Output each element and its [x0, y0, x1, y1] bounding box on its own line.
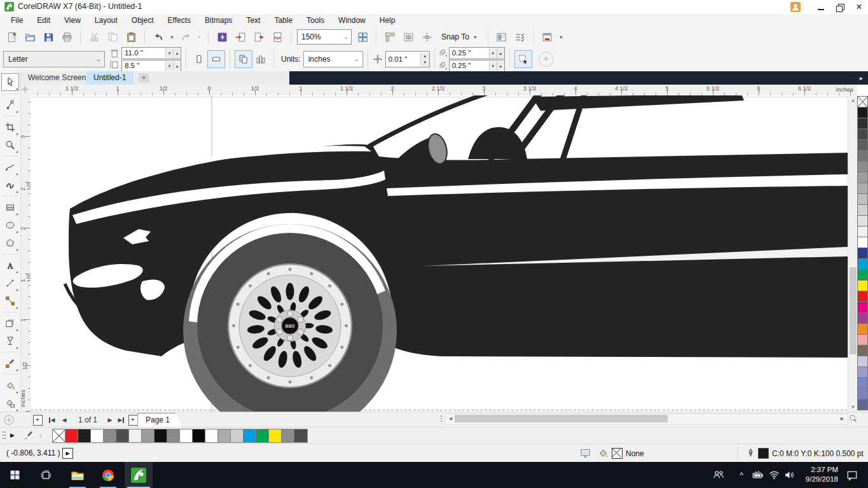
next-page-button[interactable]: ▶: [104, 414, 116, 426]
horizontal-scroll-thumb[interactable]: [455, 415, 668, 422]
palette-swatch[interactable]: [858, 335, 867, 345]
doc-palette-swatch[interactable]: [269, 429, 282, 442]
horizontal-ruler[interactable]: inches 1 1/211/201/211 1/222 1/233 1/244…: [31, 85, 857, 96]
nudge-field[interactable]: 0.01 " ▴▾: [385, 51, 430, 67]
undo-button[interactable]: [151, 29, 166, 45]
zoom-fit-button[interactable]: [355, 29, 370, 45]
new-document-tab-button[interactable]: +: [139, 73, 149, 83]
add-page-button-left[interactable]: +: [32, 414, 43, 426]
add-property-button[interactable]: +: [539, 52, 554, 67]
palette-swatch[interactable]: [858, 302, 867, 312]
duplicate-x-spinners[interactable]: ▾▴: [489, 48, 504, 58]
palette-swatch[interactable]: [858, 324, 867, 334]
treat-as-filled-button[interactable]: [514, 50, 532, 68]
fill-tool[interactable]: [2, 377, 18, 394]
zoom-level-select[interactable]: 150%⌄: [297, 29, 352, 45]
save-button[interactable]: [41, 29, 56, 45]
palette-drag-handle[interactable]: [3, 431, 6, 440]
tray-volume-button[interactable]: [781, 462, 797, 488]
fill-none-swatch[interactable]: [612, 448, 623, 459]
menu-text[interactable]: Text: [239, 14, 267, 27]
palette-swatch[interactable]: [858, 291, 867, 302]
undo-button-dropdown[interactable]: ▾: [169, 34, 175, 40]
tray-people-button[interactable]: [707, 462, 730, 488]
customize-toolbox-button[interactable]: [3, 414, 15, 426]
vertical-scroll-thumb[interactable]: [850, 267, 857, 354]
menu-view[interactable]: View: [57, 14, 88, 27]
portrait-button[interactable]: [191, 51, 207, 67]
palette-swatch[interactable]: [858, 367, 867, 377]
menu-bitmaps[interactable]: Bitmaps: [198, 14, 239, 27]
redo-button[interactable]: [178, 29, 193, 45]
palette-swatch[interactable]: [858, 248, 867, 258]
start-button[interactable]: [0, 462, 29, 488]
nudge-spinners[interactable]: ▴▾: [420, 53, 429, 66]
publish-pdf-button[interactable]: PDF: [270, 29, 285, 45]
cut-button[interactable]: [86, 29, 102, 45]
doc-palette-swatch[interactable]: [205, 429, 218, 442]
close-button[interactable]: ×: [850, 0, 868, 14]
duplicate-x-field[interactable]: 0.25 " ▾▴: [449, 47, 505, 59]
page-width-spinners[interactable]: ▾▴: [165, 48, 181, 58]
palette-swatch[interactable]: [858, 108, 867, 118]
page-height-field[interactable]: 8.5 " ▾▴: [121, 60, 181, 72]
page-height-spinners[interactable]: ▾▴: [165, 61, 181, 71]
interactive-fill-tool[interactable]: [2, 395, 18, 412]
menu-help[interactable]: Help: [373, 14, 403, 27]
palette-swatch[interactable]: [858, 259, 867, 269]
copy-button[interactable]: [105, 29, 120, 45]
tab-scroll-right-icon[interactable]: ▸: [860, 71, 863, 85]
duplicate-y-spinners[interactable]: ▾▴: [489, 61, 504, 71]
palette-swatch[interactable]: [858, 216, 867, 226]
polygon-tool[interactable]: [2, 235, 18, 251]
scroll-up-icon[interactable]: ▲: [848, 95, 858, 105]
parallel-dimension-tool[interactable]: [2, 275, 18, 291]
add-page-button-right[interactable]: +: [127, 414, 139, 426]
units-select[interactable]: inches ⌄: [303, 51, 363, 67]
palette-swatch[interactable]: [858, 205, 867, 215]
user-account-icon[interactable]: [790, 2, 801, 12]
palette-swatch-none[interactable]: [858, 97, 867, 107]
doc-palette-swatch[interactable]: [129, 429, 142, 442]
scrollbar-splitter[interactable]: [439, 415, 444, 424]
tray-show-hidden-button[interactable]: ^: [733, 462, 750, 488]
import-button[interactable]: [233, 29, 248, 45]
menu-window[interactable]: Window: [331, 14, 373, 27]
scroll-right-icon[interactable]: ▶: [837, 414, 847, 423]
doc-palette-swatch[interactable]: [104, 429, 116, 442]
doc-palette-swatch[interactable]: [282, 429, 294, 442]
ellipse-tool[interactable]: [2, 217, 18, 234]
menu-edit[interactable]: Edit: [30, 14, 57, 27]
last-page-button[interactable]: ▶: [116, 414, 127, 426]
scroll-left-icon[interactable]: ◀: [446, 414, 455, 423]
all-pages-button[interactable]: [235, 50, 252, 68]
application-launcher-button-dropdown[interactable]: ▾: [558, 34, 564, 40]
landscape-button[interactable]: [207, 50, 225, 68]
toggle-grid-button[interactable]: [401, 29, 416, 45]
menu-object[interactable]: Object: [125, 14, 161, 27]
paste-button[interactable]: [123, 29, 139, 45]
palette-swatch[interactable]: [858, 183, 867, 193]
toggle-guidelines-button[interactable]: [419, 29, 434, 45]
previous-page-button[interactable]: ◀: [59, 414, 70, 426]
menu-effects[interactable]: Effects: [161, 14, 198, 27]
palette-swatch[interactable]: [858, 162, 867, 172]
drawing-canvas[interactable]: BBS: [31, 95, 848, 412]
horizontal-scrollbar[interactable]: ◀ ▶: [445, 414, 848, 425]
current-page-button[interactable]: [252, 51, 269, 67]
proof-colors-icon[interactable]: [580, 448, 591, 459]
doc-palette-swatch[interactable]: [294, 429, 307, 442]
palette-swatch[interactable]: [858, 237, 867, 247]
fill-color-icon[interactable]: [598, 448, 609, 459]
straight-line-connector-tool[interactable]: [2, 293, 18, 309]
application-launcher-button[interactable]: [540, 29, 555, 45]
search-content-button[interactable]: [214, 29, 230, 45]
document-navigator-button[interactable]: [848, 414, 858, 424]
artistic-media-tool[interactable]: [2, 177, 18, 193]
menu-layout[interactable]: Layout: [88, 14, 125, 27]
doc-palette-swatch[interactable]: [218, 429, 231, 442]
text-tool[interactable]: A: [2, 257, 18, 274]
drop-shadow-tool[interactable]: [2, 315, 18, 331]
doc-palette-swatch[interactable]: [180, 429, 193, 442]
palette-eyedropper-icon[interactable]: [23, 430, 34, 441]
